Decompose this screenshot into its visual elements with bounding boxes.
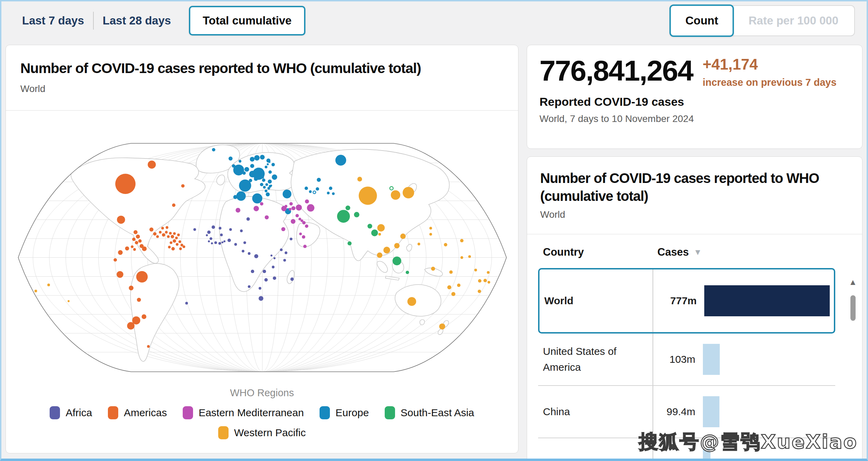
map-bubble-se[interactable] bbox=[371, 229, 378, 236]
map-bubble-af[interactable] bbox=[280, 248, 283, 251]
map-bubble-eu[interactable] bbox=[252, 193, 262, 203]
legend-item-americas[interactable]: Americas bbox=[108, 406, 167, 419]
map-bubble-eu[interactable] bbox=[335, 155, 346, 165]
map-bubble-eu[interactable] bbox=[239, 160, 241, 163]
map-bubble-wp[interactable] bbox=[47, 284, 50, 286]
map-bubble-am[interactable] bbox=[136, 235, 140, 239]
map-bubble-am[interactable] bbox=[149, 227, 153, 232]
map-bubble-af[interactable] bbox=[208, 240, 210, 242]
map-bubble-af[interactable] bbox=[246, 217, 250, 221]
map-bubble-am[interactable] bbox=[169, 232, 172, 235]
map-bubble-wp[interactable] bbox=[377, 224, 385, 232]
map-bubble-wp[interactable] bbox=[478, 279, 482, 283]
map-bubble-eu[interactable] bbox=[269, 161, 271, 163]
map-bubble-am[interactable] bbox=[170, 241, 172, 244]
map-bubble-wp[interactable] bbox=[383, 247, 390, 254]
legend-item-europe[interactable]: Europe bbox=[320, 406, 369, 419]
map-bubble-af[interactable] bbox=[259, 287, 261, 290]
map-bubble-wp[interactable] bbox=[403, 187, 414, 198]
legend-item-africa[interactable]: Africa bbox=[50, 406, 92, 419]
map-bubble-em[interactable] bbox=[295, 214, 299, 217]
scrollbar-thumb[interactable] bbox=[850, 295, 856, 321]
map-bubble-eu[interactable] bbox=[250, 164, 254, 168]
map-bubble-af[interactable] bbox=[206, 234, 208, 236]
map-bubble-af[interactable] bbox=[248, 252, 251, 255]
map-bubble-em[interactable] bbox=[289, 202, 293, 206]
map-bubble-eu[interactable] bbox=[309, 190, 312, 193]
map-bubble-eu[interactable] bbox=[327, 192, 330, 194]
map-bubble-wp[interactable] bbox=[439, 324, 445, 330]
map-bubble-eu[interactable] bbox=[329, 187, 332, 190]
map-bubble-am[interactable] bbox=[129, 286, 134, 290]
time-tab-last-28-days[interactable]: Last 28 days bbox=[94, 14, 180, 27]
map-bubble-wp[interactable] bbox=[407, 297, 416, 306]
map-bubble-se[interactable] bbox=[345, 205, 350, 210]
map-bubble-wp[interactable] bbox=[430, 233, 432, 236]
map-bubble-am[interactable] bbox=[142, 246, 147, 251]
map-bubble-am[interactable] bbox=[165, 231, 168, 234]
map-bubble-af[interactable] bbox=[259, 296, 263, 301]
map-bubble-se[interactable] bbox=[337, 210, 350, 223]
map-bubble-am[interactable] bbox=[113, 258, 117, 262]
map-bubble-af[interactable] bbox=[272, 266, 274, 268]
map-bubble-wp[interactable] bbox=[468, 255, 471, 258]
map-bubble-se[interactable] bbox=[393, 257, 402, 266]
scroll-up-icon[interactable]: ▲ bbox=[849, 278, 857, 286]
map-bubble-em[interactable] bbox=[305, 224, 309, 228]
map-bubble-eu[interactable] bbox=[232, 164, 235, 168]
map-bubble-af[interactable] bbox=[211, 242, 213, 244]
metric-tab-rate-per-100-000[interactable]: Rate per 100 000 bbox=[733, 6, 854, 35]
map-bubble-af[interactable] bbox=[221, 241, 223, 243]
map-bubble-af[interactable] bbox=[242, 250, 244, 253]
map-bubble-wp[interactable] bbox=[377, 253, 382, 258]
map-bubble-am[interactable] bbox=[172, 204, 175, 207]
map-bubble-wp[interactable] bbox=[68, 300, 70, 302]
map-bubble-af[interactable] bbox=[273, 257, 275, 259]
map-bubble-wp[interactable] bbox=[451, 292, 455, 296]
map-bubble-af[interactable] bbox=[219, 227, 221, 229]
legend-item-south-east-asia[interactable]: South-East Asia bbox=[385, 406, 474, 419]
map-bubble-af[interactable] bbox=[263, 270, 266, 273]
legend-item-western-pacific[interactable]: Western Pacific bbox=[218, 426, 306, 439]
map-bubble-wp[interactable] bbox=[487, 271, 489, 274]
map-bubble-am[interactable] bbox=[125, 246, 129, 250]
map-bubble-am[interactable] bbox=[175, 237, 178, 239]
map-bubble-am[interactable] bbox=[161, 227, 164, 229]
map-bubble-wp[interactable] bbox=[431, 267, 435, 271]
map-bubble-em[interactable] bbox=[302, 221, 306, 225]
map-bubble-wp[interactable] bbox=[417, 243, 420, 245]
map-bubble-wp[interactable] bbox=[461, 256, 463, 259]
map-bubble-am[interactable] bbox=[132, 316, 140, 325]
sort-desc-icon[interactable]: ▼ bbox=[694, 247, 702, 257]
map-bubble-am[interactable] bbox=[177, 234, 180, 236]
map-bubble-wp[interactable] bbox=[460, 239, 464, 243]
map-bubble-af[interactable] bbox=[240, 229, 243, 232]
map-bubble-am[interactable] bbox=[171, 247, 175, 250]
map-bubble-eu[interactable] bbox=[260, 155, 265, 160]
column-header-cases[interactable]: Cases ▼ bbox=[657, 246, 835, 258]
map-bubble-eu[interactable] bbox=[261, 176, 264, 178]
map-bubble-am[interactable] bbox=[137, 298, 141, 302]
map-bubble-am[interactable] bbox=[132, 238, 135, 241]
map-bubble-eu[interactable] bbox=[268, 180, 272, 184]
map-bubble-eu[interactable] bbox=[283, 189, 292, 198]
map-bubble-eu[interactable] bbox=[242, 171, 246, 175]
map-bubble-af[interactable] bbox=[193, 228, 196, 231]
map-bubble-am[interactable] bbox=[142, 314, 147, 319]
map-bubble-em[interactable] bbox=[299, 233, 302, 235]
map-bubble-am[interactable] bbox=[183, 245, 185, 248]
map-bubble-em[interactable] bbox=[302, 235, 305, 239]
map-bubble-eu[interactable] bbox=[256, 174, 261, 178]
map-bubble-eu[interactable] bbox=[332, 192, 335, 195]
map-bubble-eu[interactable] bbox=[317, 178, 321, 182]
legend-item-eastern-mediterranean[interactable]: Eastern Mediterranean bbox=[183, 406, 304, 419]
map-bubble-am[interactable] bbox=[138, 239, 142, 243]
map-bubble-wp[interactable] bbox=[359, 187, 377, 205]
map-bubble-eu[interactable] bbox=[212, 148, 215, 152]
map-bubble-se[interactable] bbox=[367, 224, 372, 228]
map-bubble-eu[interactable] bbox=[229, 156, 233, 161]
map-bubble-af[interactable] bbox=[185, 302, 188, 305]
map-bubble-wp[interactable] bbox=[447, 285, 452, 289]
map-bubble-am[interactable] bbox=[168, 246, 171, 248]
map-bubble-eu[interactable] bbox=[265, 183, 268, 186]
